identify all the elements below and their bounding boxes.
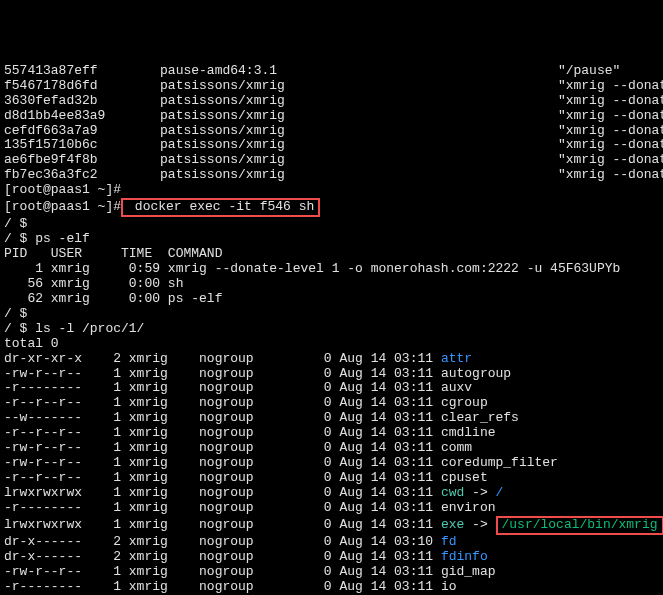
ls-command: / $ ls -l /proc/1/ [4, 322, 659, 337]
proc-entry: lrwxrwxrwx 1 xmrig nogroup 0 Aug 14 03:1… [4, 516, 659, 535]
docker-exec-highlight: docker exec -it f546 sh [121, 198, 320, 217]
ps-command: / $ ps -elf [4, 232, 659, 247]
docker-ps-row: fb7ec36a3fc2 patsissons/xmrig "xmrig --d… [4, 168, 659, 183]
proc-entry: dr-x------ 2 xmrig nogroup 0 Aug 14 03:1… [4, 535, 659, 550]
ls-total: total 0 [4, 337, 659, 352]
terminal-output[interactable]: 557413a87eff pause-amd64:3.1 "/pause"f54… [4, 64, 659, 595]
ps-row: 62 xmrig 0:00 ps -elf [4, 292, 659, 307]
proc-entry: lrwxrwxrwx 1 xmrig nogroup 0 Aug 14 03:1… [4, 486, 659, 501]
docker-ps-row: 557413a87eff pause-amd64:3.1 "/pause" [4, 64, 659, 79]
proc-entry: -r-------- 1 xmrig nogroup 0 Aug 14 03:1… [4, 501, 659, 516]
ps-row: 1 xmrig 0:59 xmrig --donate-level 1 -o m… [4, 262, 659, 277]
docker-ps-row: 3630fefad32b patsissons/xmrig "xmrig --d… [4, 94, 659, 109]
ps-header: PID USER TIME COMMAND [4, 247, 659, 262]
proc-entry: -r-------- 1 xmrig nogroup 0 Aug 14 03:1… [4, 580, 659, 595]
ps-row: 56 xmrig 0:00 sh [4, 277, 659, 292]
exe-target-highlight: /usr/local/bin/xmrig [496, 516, 664, 535]
proc-entry: -r--r--r-- 1 xmrig nogroup 0 Aug 14 03:1… [4, 426, 659, 441]
proc-entry: dr-x------ 2 xmrig nogroup 0 Aug 14 03:1… [4, 550, 659, 565]
shell-prompt: / $ [4, 217, 659, 232]
proc-entry: -r--r--r-- 1 xmrig nogroup 0 Aug 14 03:1… [4, 396, 659, 411]
docker-ps-row: d8d1bb4ee83a9 patsissons/xmrig "xmrig --… [4, 109, 659, 124]
proc-entry: -rw-r--r-- 1 xmrig nogroup 0 Aug 14 03:1… [4, 367, 659, 382]
docker-ps-row: cefdf663a7a9 patsissons/xmrig "xmrig --d… [4, 124, 659, 139]
proc-entry: -rw-r--r-- 1 xmrig nogroup 0 Aug 14 03:1… [4, 441, 659, 456]
docker-ps-row: ae6fbe9f4f8b patsissons/xmrig "xmrig --d… [4, 153, 659, 168]
proc-entry: -r--r--r-- 1 xmrig nogroup 0 Aug 14 03:1… [4, 471, 659, 486]
proc-entry: dr-xr-xr-x 2 xmrig nogroup 0 Aug 14 03:1… [4, 352, 659, 367]
docker-ps-row: f5467178d6fd patsissons/xmrig "xmrig --d… [4, 79, 659, 94]
proc-entry: --w------- 1 xmrig nogroup 0 Aug 14 03:1… [4, 411, 659, 426]
shell-prompt[interactable]: [root@paas1 ~]# docker exec -it f546 sh [4, 198, 659, 217]
shell-prompt: / $ [4, 307, 659, 322]
proc-entry: -rw-r--r-- 1 xmrig nogroup 0 Aug 14 03:1… [4, 456, 659, 471]
proc-entry: -r-------- 1 xmrig nogroup 0 Aug 14 03:1… [4, 381, 659, 396]
docker-ps-row: 135f15710b6c patsissons/xmrig "xmrig --d… [4, 138, 659, 153]
shell-prompt[interactable]: [root@paas1 ~]# [4, 183, 659, 198]
proc-entry: -rw-r--r-- 1 xmrig nogroup 0 Aug 14 03:1… [4, 565, 659, 580]
